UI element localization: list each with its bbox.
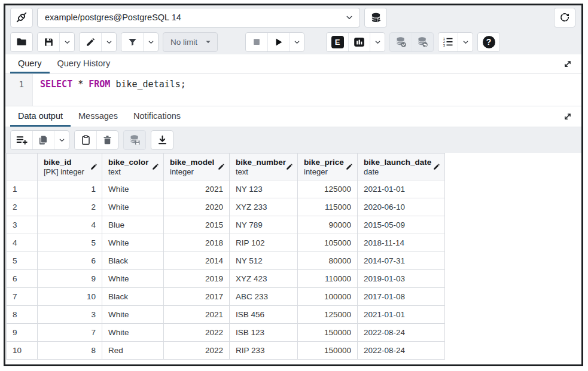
expand-output-button[interactable] bbox=[562, 106, 573, 127]
corner-header[interactable] bbox=[7, 154, 38, 180]
cell-bike_price[interactable]: 90000 bbox=[298, 216, 358, 234]
cell-bike_id[interactable]: 7 bbox=[38, 324, 102, 342]
sql-editor[interactable]: 1 SELECT * FROM bike_details; bbox=[5, 74, 581, 106]
cell-bike_id[interactable]: 6 bbox=[38, 252, 102, 270]
paste-button[interactable] bbox=[75, 131, 96, 149]
cell-bike_launch_date[interactable]: 2022-08-24 bbox=[358, 324, 445, 342]
row-limit-select[interactable]: No limit bbox=[163, 32, 218, 52]
cell-bike_launch_date[interactable]: 2018-11-14 bbox=[358, 234, 445, 252]
column-header-bike_id[interactable]: bike_id[PK] integer bbox=[38, 154, 102, 180]
row-number[interactable]: 10 bbox=[7, 342, 38, 360]
cell-bike_price[interactable]: 100000 bbox=[298, 288, 358, 306]
row-number[interactable]: 7 bbox=[7, 288, 38, 306]
row-number[interactable]: 4 bbox=[7, 234, 38, 252]
cell-bike_model[interactable]: 2014 bbox=[164, 252, 230, 270]
save-menu-button[interactable] bbox=[59, 33, 74, 51]
add-row-button[interactable] bbox=[11, 131, 32, 149]
cell-bike_launch_date[interactable]: 2020-06-10 bbox=[358, 198, 445, 216]
open-file-button[interactable] bbox=[11, 33, 32, 51]
pencil-icon[interactable] bbox=[285, 162, 294, 171]
cell-bike_number[interactable]: RIP 102 bbox=[230, 234, 298, 252]
cell-bike_color[interactable]: White bbox=[102, 324, 164, 342]
cell-bike_color[interactable]: White bbox=[102, 234, 164, 252]
cell-bike_color[interactable]: White bbox=[102, 180, 164, 198]
cell-bike_launch_date[interactable]: 2017-01-08 bbox=[358, 288, 445, 306]
cell-bike_price[interactable]: 115000 bbox=[298, 198, 358, 216]
column-header-bike_color[interactable]: bike_colortext bbox=[102, 154, 164, 180]
cell-bike_color[interactable]: White bbox=[102, 198, 164, 216]
macros-button[interactable]: 123 bbox=[438, 33, 458, 51]
column-header-bike_number[interactable]: bike_numbertext bbox=[230, 154, 298, 180]
cell-bike_id[interactable]: 2 bbox=[38, 198, 102, 216]
macros-menu-button[interactable] bbox=[458, 33, 473, 51]
copy-menu-button[interactable] bbox=[54, 131, 69, 149]
cell-bike_model[interactable]: 2018 bbox=[164, 234, 230, 252]
cell-bike_model[interactable]: 2019 bbox=[164, 270, 230, 288]
row-number[interactable]: 9 bbox=[7, 324, 38, 342]
tab-notifications[interactable]: Notifications bbox=[126, 106, 188, 127]
explain-analyze-button[interactable] bbox=[348, 33, 370, 51]
cell-bike_launch_date[interactable]: 2021-01-01 bbox=[358, 180, 445, 198]
cell-bike_number[interactable]: NY 789 bbox=[230, 216, 298, 234]
sql-code-line[interactable]: SELECT * FROM bike_details; bbox=[33, 74, 186, 106]
cell-bike_number[interactable]: XYZ 233 bbox=[230, 198, 298, 216]
execute-button[interactable] bbox=[267, 33, 289, 51]
cell-bike_id[interactable]: 1 bbox=[38, 180, 102, 198]
cell-bike_model[interactable]: 2015 bbox=[164, 216, 230, 234]
pencil-icon[interactable] bbox=[217, 162, 226, 171]
cell-bike_color[interactable]: Black bbox=[102, 252, 164, 270]
cell-bike_color[interactable]: White bbox=[102, 306, 164, 324]
cell-bike_launch_date[interactable]: 2014-07-31 bbox=[358, 252, 445, 270]
pencil-icon[interactable] bbox=[432, 162, 441, 171]
delete-row-button[interactable] bbox=[96, 131, 118, 149]
cell-bike_id[interactable]: 3 bbox=[38, 306, 102, 324]
pencil-icon[interactable] bbox=[151, 162, 160, 171]
column-header-bike_model[interactable]: bike_modelinteger bbox=[164, 154, 230, 180]
cell-bike_model[interactable]: 2021 bbox=[164, 180, 230, 198]
cell-bike_price[interactable]: 125000 bbox=[298, 180, 358, 198]
cell-bike_color[interactable]: Black bbox=[102, 288, 164, 306]
row-number[interactable]: 8 bbox=[7, 306, 38, 324]
cell-bike_price[interactable]: 110000 bbox=[298, 270, 358, 288]
cell-bike_number[interactable]: ABC 233 bbox=[230, 288, 298, 306]
cell-bike_id[interactable]: 9 bbox=[38, 270, 102, 288]
expand-editor-button[interactable] bbox=[562, 54, 573, 73]
filter-button[interactable] bbox=[121, 33, 143, 51]
cell-bike_number[interactable]: RIP 233 bbox=[230, 342, 298, 360]
tab-data-output[interactable]: Data output bbox=[10, 106, 71, 127]
cell-bike_color[interactable]: Blue bbox=[102, 216, 164, 234]
filter-menu-button[interactable] bbox=[143, 33, 158, 51]
refresh-layout-button[interactable] bbox=[554, 8, 575, 27]
rollback-button[interactable] bbox=[412, 33, 433, 51]
cell-bike_launch_date[interactable]: 2022-08-24 bbox=[358, 342, 445, 360]
cell-bike_price[interactable]: 150000 bbox=[298, 342, 358, 360]
cell-bike_number[interactable]: ISB 456 bbox=[230, 306, 298, 324]
download-results-button[interactable] bbox=[151, 131, 173, 149]
tab-query[interactable]: Query bbox=[10, 54, 50, 73]
cell-bike_color[interactable]: White bbox=[102, 270, 164, 288]
cell-bike_launch_date[interactable]: 2019-01-03 bbox=[358, 270, 445, 288]
cell-bike_color[interactable]: Red bbox=[102, 342, 164, 360]
row-number[interactable]: 2 bbox=[7, 198, 38, 216]
cell-bike_price[interactable]: 80000 bbox=[298, 252, 358, 270]
tab-messages[interactable]: Messages bbox=[71, 106, 126, 127]
new-connection-button[interactable] bbox=[364, 8, 387, 27]
tab-query-history[interactable]: Query History bbox=[50, 54, 118, 73]
row-number[interactable]: 5 bbox=[7, 252, 38, 270]
cell-bike_number[interactable]: NY 512 bbox=[230, 252, 298, 270]
cell-bike_number[interactable]: ISB 123 bbox=[230, 324, 298, 342]
execute-menu-button[interactable] bbox=[289, 33, 304, 51]
cell-bike_price[interactable]: 150000 bbox=[298, 324, 358, 342]
commit-button[interactable] bbox=[390, 33, 412, 51]
cell-bike_number[interactable]: XYZ 423 bbox=[230, 270, 298, 288]
column-header-bike_launch_date[interactable]: bike_launch_datedate bbox=[358, 154, 445, 180]
row-number[interactable]: 1 bbox=[7, 180, 38, 198]
connection-status-button[interactable] bbox=[10, 8, 33, 27]
cell-bike_id[interactable]: 5 bbox=[38, 234, 102, 252]
cell-bike_id[interactable]: 4 bbox=[38, 216, 102, 234]
edit-button[interactable] bbox=[80, 33, 101, 51]
row-number[interactable]: 6 bbox=[7, 270, 38, 288]
save-button[interactable] bbox=[38, 33, 59, 51]
cell-bike_price[interactable]: 125000 bbox=[298, 306, 358, 324]
cell-bike_number[interactable]: NY 123 bbox=[230, 180, 298, 198]
